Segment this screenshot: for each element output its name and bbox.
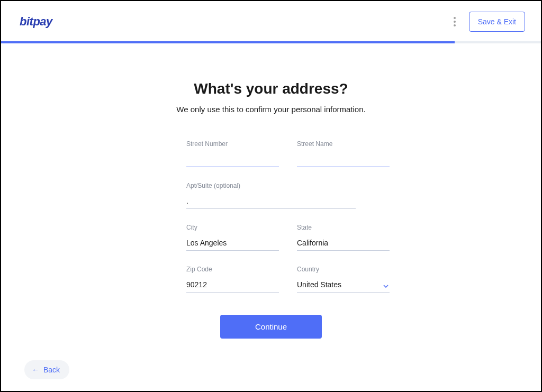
zip-field-group: Zip Code <box>186 266 279 293</box>
address-form: Street Number Street Name Apt/Suite (opt… <box>186 140 356 339</box>
more-menu-icon[interactable] <box>451 14 458 29</box>
city-input[interactable] <box>186 236 279 251</box>
apt-label: Apt/Suite (optional) <box>186 182 356 189</box>
street-name-input[interactable] <box>297 153 390 167</box>
street-name-label: Street Name <box>297 140 390 148</box>
street-name-field-group: Street Name <box>297 140 390 167</box>
progress-fill <box>1 41 455 43</box>
progress-bar <box>1 41 541 43</box>
state-field-group: State <box>297 224 390 251</box>
page-title: What's your address? <box>1 80 541 97</box>
back-button[interactable]: ← Back <box>24 360 69 379</box>
logo: bitpay <box>20 15 52 29</box>
header: bitpay Save & Exit <box>1 1 541 41</box>
street-number-label: Street Number <box>186 140 279 148</box>
save-exit-button[interactable]: Save & Exit <box>469 12 525 32</box>
state-label: State <box>297 224 390 231</box>
apt-input[interactable] <box>186 195 356 209</box>
back-button-label: Back <box>43 366 60 374</box>
zip-input[interactable] <box>186 278 279 293</box>
header-actions: Save & Exit <box>451 12 525 32</box>
country-field-group: Country <box>297 266 390 293</box>
arrow-left-icon: ← <box>32 366 39 373</box>
street-number-field-group: Street Number <box>186 140 279 167</box>
main-content: What's your address? We only use this to… <box>1 43 541 339</box>
city-label: City <box>186 224 279 231</box>
street-number-input[interactable] <box>186 153 279 167</box>
apt-field-group: Apt/Suite (optional) <box>186 182 356 209</box>
country-select[interactable] <box>297 278 390 293</box>
country-label: Country <box>297 266 390 273</box>
page-subtitle: We only use this to confirm your persona… <box>1 105 541 114</box>
zip-label: Zip Code <box>186 266 279 273</box>
state-input[interactable] <box>297 236 390 251</box>
continue-button[interactable]: Continue <box>220 315 322 339</box>
city-field-group: City <box>186 224 279 251</box>
